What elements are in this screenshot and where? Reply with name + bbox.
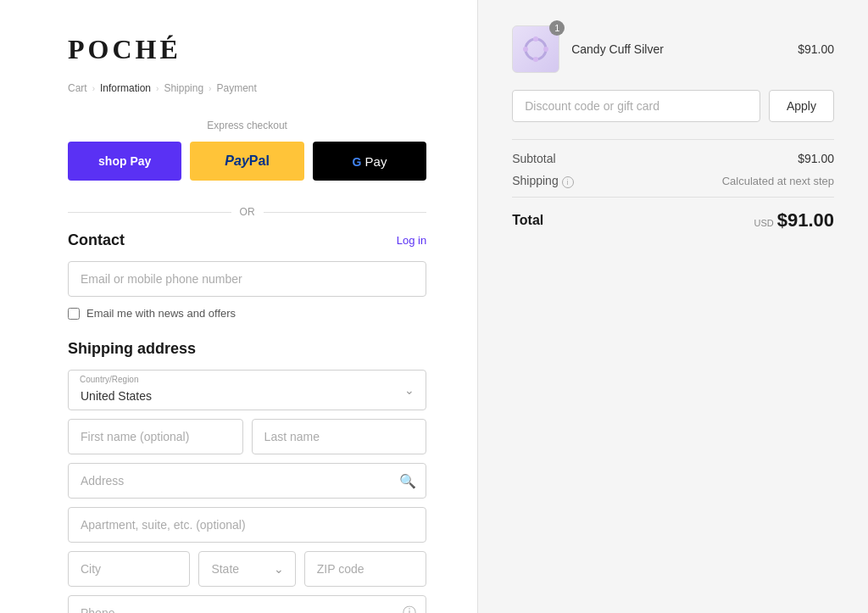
total-row: Total USD $91.00 [512, 209, 834, 231]
chevron-icon-2: › [156, 84, 159, 93]
newsletter-row: Email me with news and offers [68, 307, 426, 320]
summary-divider [512, 139, 834, 140]
country-label: Country/Region [80, 375, 138, 384]
product-thumbnail [520, 34, 551, 64]
state-select[interactable]: State [198, 551, 295, 587]
gpay-label: G Pay [353, 154, 387, 169]
login-link[interactable]: Log in [397, 234, 426, 247]
express-buttons: shop Pay PayPal G Pay [68, 142, 426, 181]
total-currency: USD [754, 218, 773, 228]
shipping-address-title: Shipping address [68, 340, 426, 358]
item-image-wrapper: 1 [512, 25, 559, 73]
svg-point-1 [533, 36, 538, 42]
shop-pay-label: shop Pay [98, 154, 151, 168]
apply-button[interactable]: Apply [769, 90, 834, 122]
city-state-zip-row: State ⌄ [68, 551, 426, 587]
svg-point-2 [543, 47, 548, 52]
gpay-button[interactable]: G Pay [313, 142, 426, 181]
svg-point-3 [533, 57, 538, 62]
order-item: 1 Candy Cuff Silver $91.00 [512, 25, 834, 73]
apartment-input[interactable] [68, 507, 426, 543]
contact-section-header: Contact Log in [68, 231, 426, 249]
left-panel: POCHÉ Cart › Information › Shipping › Pa… [0, 0, 477, 613]
address-wrapper: 🔍 [68, 463, 426, 499]
zip-input[interactable] [304, 551, 426, 587]
name-row [68, 419, 426, 454]
newsletter-label: Email me with news and offers [86, 307, 236, 320]
newsletter-checkbox[interactable] [68, 308, 80, 320]
state-select-wrapper: State ⌄ [198, 551, 295, 587]
email-input[interactable] [68, 261, 426, 297]
country-select-wrapper: Country/Region United States ⌄ [68, 370, 426, 410]
chevron-icon: › [92, 84, 95, 93]
total-amount: $91.00 [777, 209, 834, 231]
apartment-wrapper [68, 507, 426, 543]
right-panel: 1 Candy Cuff Silver $91.00 Apply Subtota… [477, 0, 868, 613]
contact-title: Contact [68, 231, 125, 249]
total-value-wrapper: USD $91.00 [754, 209, 834, 231]
phone-input[interactable] [68, 595, 426, 613]
brand-logo: POCHÉ [68, 34, 426, 65]
breadcrumb-shipping[interactable]: Shipping [164, 82, 203, 94]
shipping-value: Calculated at next step [722, 175, 834, 187]
first-name-input[interactable] [68, 419, 243, 454]
phone-wrapper: ⓘ [68, 595, 426, 613]
city-input[interactable] [68, 551, 190, 587]
item-name: Candy Cuff Silver [571, 42, 786, 56]
express-checkout-label: Express checkout [68, 120, 426, 131]
discount-row: Apply [512, 90, 834, 122]
breadcrumb-information: Information [100, 82, 151, 94]
total-label: Total [512, 213, 543, 228]
subtotal-label: Subtotal [512, 152, 555, 165]
shipping-info-icon[interactable]: i [562, 176, 574, 188]
subtotal-value: $91.00 [798, 152, 834, 165]
shipping-row: Shipping i Calculated at next step [512, 174, 834, 188]
item-quantity-badge: 1 [549, 20, 565, 36]
or-divider: OR [68, 206, 426, 218]
svg-point-4 [523, 47, 528, 52]
total-divider [512, 197, 834, 198]
last-name-input[interactable] [252, 419, 427, 454]
shop-pay-button[interactable]: shop Pay [68, 142, 181, 181]
shipping-label: Shipping i [512, 174, 573, 188]
breadcrumb-payment[interactable]: Payment [216, 82, 256, 94]
breadcrumb: Cart › Information › Shipping › Payment [68, 82, 426, 94]
discount-input[interactable] [512, 90, 760, 122]
info-icon: ⓘ [403, 605, 416, 614]
svg-point-0 [526, 39, 546, 59]
search-icon: 🔍 [399, 473, 416, 489]
paypal-label: PayPal [225, 153, 269, 169]
subtotal-row: Subtotal $91.00 [512, 152, 834, 165]
address-input[interactable] [68, 463, 426, 499]
breadcrumb-cart[interactable]: Cart [68, 82, 87, 94]
item-price: $91.00 [798, 42, 834, 56]
paypal-button[interactable]: PayPal [190, 142, 303, 181]
chevron-icon-3: › [209, 84, 211, 93]
